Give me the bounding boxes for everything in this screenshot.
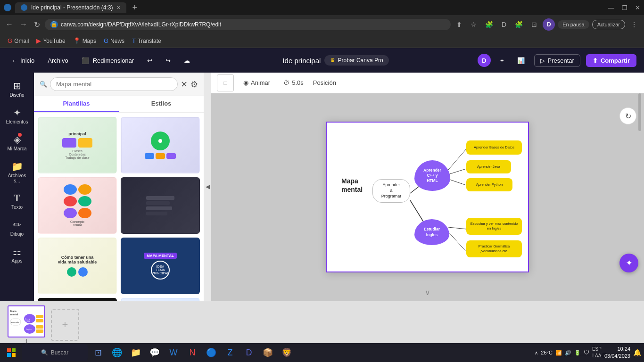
minimize-button[interactable]: —	[608, 4, 614, 11]
mindmap-node-grammar[interactable]: Practicar Gramática ,Vocabularios etc.	[466, 240, 522, 257]
template-card[interactable]: Creación desitio web	[38, 298, 117, 301]
extensions-icon[interactable]: 🧩	[482, 20, 496, 29]
sidebar-item-draw[interactable]: ✏ Dibujo	[3, 215, 31, 240]
share-page-icon[interactable]: ⬆	[454, 20, 465, 29]
add-slide-button[interactable]: +	[51, 309, 79, 341]
bookmark-youtube[interactable]: ▶ YouTube	[33, 36, 68, 45]
tab-plantillas[interactable]: Plantillas	[34, 96, 119, 112]
forward-button[interactable]: →	[18, 19, 29, 30]
taskbar-netflix[interactable]: N	[184, 344, 201, 361]
analytics-button[interactable]: 📊	[513, 55, 528, 66]
template-card[interactable]: principal ClasesContenidosTrabajo de cla…	[38, 117, 117, 173]
maximize-button[interactable]: ❐	[622, 4, 627, 11]
bookmark-news[interactable]: G News	[101, 36, 127, 45]
task-view-button[interactable]: ⊡	[90, 344, 107, 361]
present-button[interactable]: ▷ Presentar	[534, 54, 580, 67]
start-button[interactable]	[3, 344, 20, 361]
add-collaborator-button[interactable]: +	[496, 55, 508, 66]
position-label[interactable]: Posición	[313, 79, 336, 86]
gmail-favicon: G	[8, 37, 12, 44]
template-card[interactable]: Conceptovisual	[38, 177, 117, 234]
dalton-extension[interactable]: D	[499, 20, 509, 29]
sidebar-item-apps[interactable]: ⚏ Apps	[3, 242, 31, 267]
sidebar-item-files[interactable]: 📁 Archivos s...	[3, 157, 31, 187]
address-bar[interactable]: 🔒 canva.com/design/DAFfDqtfXvA/lehxdILGr…	[45, 19, 451, 30]
redo-button[interactable]: ↪	[162, 55, 174, 66]
user-avatar[interactable]: D	[478, 54, 491, 67]
sidebar-item-design[interactable]: ⊞ Diseño	[3, 76, 31, 101]
taskbar-zoom[interactable]: Z	[222, 344, 239, 361]
mindmap-node-english-content[interactable]: Escuchar y ver mas contenido en Ingles	[466, 218, 522, 235]
mindmap-center-node[interactable]: AprenderaProgramar	[372, 179, 410, 203]
canvas-scroll-area[interactable]: Mapamental AprenderaProgramar AprenderC+…	[211, 93, 644, 301]
taskbar-file-explorer[interactable]: 📁	[127, 344, 144, 361]
notification-icon[interactable]: 🔔	[633, 349, 641, 356]
bookmark-translate[interactable]: T Translate	[129, 36, 164, 45]
search-button[interactable]: 🔍 Buscar	[22, 344, 88, 361]
try-pro-button[interactable]: ♛ Probar Canva Pro	[324, 55, 389, 66]
taskbar-word[interactable]: W	[165, 344, 182, 361]
pause-button[interactable]: En pausa	[558, 20, 589, 29]
redimensionar-button[interactable]: ⬛ Redimensionar	[78, 55, 138, 66]
slide-canvas[interactable]: Mapamental AprenderaProgramar AprenderC+…	[326, 122, 529, 272]
share-button[interactable]: ⬆ Compartir	[586, 54, 636, 67]
slide-selector-placeholder: □	[217, 74, 234, 91]
mindmap-node-java[interactable]: Aprender Java	[466, 160, 511, 173]
mindmap-node-ingles[interactable]: EstudiarIngles	[414, 219, 449, 245]
scroll-thumb[interactable]	[638, 93, 641, 131]
template-card[interactable]	[121, 177, 200, 234]
tab-estilos[interactable]: Estilos	[119, 96, 204, 112]
close-tab-icon[interactable]: ✕	[116, 5, 121, 11]
sidebar-item-text[interactable]: T Texto	[3, 189, 31, 214]
template-card[interactable]: Cómo tener unavida más saludable	[38, 238, 117, 294]
mindmap-node-python[interactable]: Aprender Python	[466, 178, 512, 191]
bookmark-gmail[interactable]: G Gmail	[5, 36, 32, 45]
clear-search-button[interactable]: ✕	[181, 79, 188, 90]
profile-button[interactable]: D	[543, 18, 555, 31]
document-title[interactable]: Ide principal	[282, 57, 321, 65]
bookmark-icon[interactable]: ☆	[468, 20, 479, 29]
mindmap-node-cpp[interactable]: AprenderC++ yHTML	[414, 160, 450, 191]
filter-button[interactable]: ⚙	[190, 79, 198, 90]
back-button[interactable]: ←	[4, 19, 15, 30]
refresh-button[interactable]: ↻	[32, 19, 42, 30]
taskbar-app8[interactable]: 📦	[259, 344, 276, 361]
scroll-down-indicator[interactable]: ∨	[425, 288, 430, 297]
back-to-home-button[interactable]: ← Inicio	[8, 55, 38, 66]
svg-rect-18	[36, 319, 43, 322]
undo-button[interactable]: ↩	[143, 55, 156, 66]
template-card[interactable]	[121, 117, 200, 173]
sidebar-item-elements[interactable]: ✦ Elementos	[3, 103, 31, 128]
split-view-icon[interactable]: ⊡	[528, 20, 540, 29]
taskbar-app3[interactable]: 💬	[146, 344, 163, 361]
taskbar-brave[interactable]: 🦁	[278, 344, 295, 361]
cloud-save-button[interactable]: ☁	[180, 55, 194, 66]
archivo-button[interactable]: Archivo	[44, 55, 72, 66]
bookmark-maps[interactable]: 📍 Maps	[70, 36, 99, 45]
mindmap-node-db[interactable]: Aprender Bases de Datos	[466, 140, 522, 155]
explorer-icon: 📁	[131, 347, 141, 358]
duration-button[interactable]: ⏱ 5.0s	[280, 77, 307, 88]
search-input[interactable]	[50, 77, 178, 91]
filmstrip: Mapa mental Aprender C++ y HTML Ingles 1…	[0, 301, 644, 348]
browser-menu-icon[interactable]: ⋮	[628, 20, 640, 29]
taskbar-edge-browser[interactable]: 🌐	[108, 344, 125, 361]
taskbar-app7[interactable]: D	[240, 344, 257, 361]
secure-icon: 🔒	[50, 21, 58, 28]
new-tab-button[interactable]: +	[130, 3, 139, 13]
close-window-button[interactable]: ✕	[635, 4, 640, 11]
more-extensions-icon[interactable]: 🧩	[512, 20, 526, 29]
browser-tab[interactable]: Ide principal - Presentación (4:3) ✕	[15, 2, 126, 13]
taskbar-expand-icon[interactable]: ∧	[535, 350, 538, 355]
sidebar-item-brand[interactable]: ◈ Mi Marca	[3, 130, 31, 155]
slide-thumbnail-1[interactable]: Mapa mental Aprender C++ y HTML Ingles	[8, 305, 45, 337]
refresh-canvas-button[interactable]: ↻	[619, 107, 636, 124]
animate-button[interactable]: ◉ Animar	[239, 77, 274, 88]
magic-button[interactable]: ✦	[619, 254, 638, 272]
taskbar-chrome[interactable]: 🔵	[203, 344, 220, 361]
collapse-panel-button[interactable]: ◀	[204, 73, 211, 301]
template-card[interactable]: MAPA MENTAL IDEATEMAPRINCIPAL	[121, 238, 200, 294]
template-card[interactable]: Mapamental	[121, 298, 200, 301]
search-label: Buscar	[51, 349, 68, 356]
update-button[interactable]: Actualizar	[592, 20, 625, 29]
